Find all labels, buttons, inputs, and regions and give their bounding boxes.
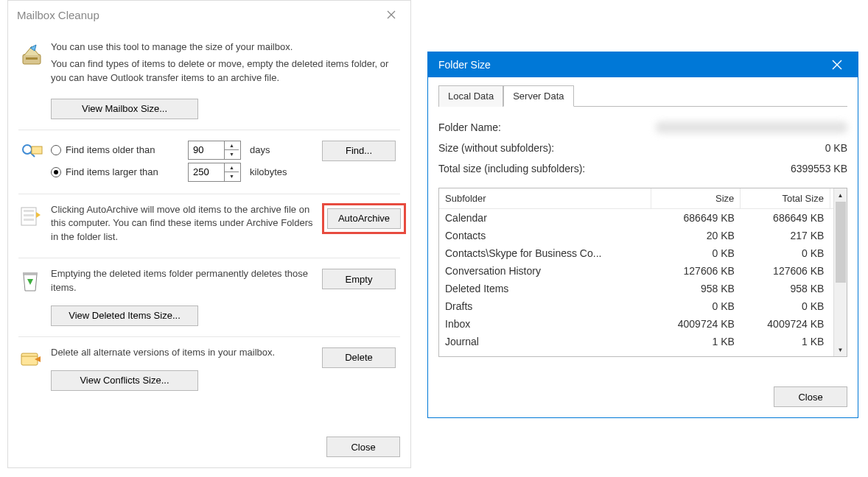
total-size-label: Total size (including subfolders): — [438, 163, 585, 174]
mailbox-cleanup-titlebar: Mailbox Cleanup — [8, 1, 410, 29]
delete-button[interactable]: Delete — [322, 347, 396, 368]
conflicts-icon — [20, 361, 42, 372]
col-subfolder[interactable]: Subfolder — [439, 188, 651, 209]
row-name: Journal — [439, 333, 651, 350]
larger-value-input[interactable] — [189, 163, 224, 181]
table-row[interactable]: Contacts\Skype for Business Co...0 KB0 K… — [439, 244, 847, 262]
scroll-up-icon[interactable]: ▲ — [834, 188, 847, 202]
view-mailbox-size-button[interactable]: View Mailbox Size... — [51, 99, 198, 119]
row-name: Contacts — [439, 227, 651, 244]
spinner-up-icon[interactable]: ▲ — [225, 141, 239, 151]
spinner-down-icon[interactable]: ▼ — [225, 172, 239, 181]
row-name: Inbox — [439, 315, 651, 333]
row-size: 958 KB — [651, 280, 741, 297]
autoarchive-highlight: AutoArchive — [322, 203, 406, 234]
mailbox-close-button[interactable]: Close — [326, 437, 400, 457]
row-total: 958 KB — [741, 280, 830, 297]
empty-desc: Emptying the deleted items folder perman… — [51, 267, 315, 295]
larger-spinner[interactable]: ▲▼ — [188, 163, 241, 182]
table-row[interactable]: Conversation History127606 KB127606 KB — [439, 262, 847, 280]
close-icon[interactable] — [822, 52, 852, 77]
folder-size-close-button[interactable]: Close — [774, 386, 847, 407]
svg-rect-12 — [23, 272, 38, 275]
find-items-icon — [20, 154, 43, 165]
close-icon[interactable] — [379, 4, 403, 25]
row-total: 127606 KB — [741, 262, 830, 280]
table-row[interactable]: Calendar686649 KB686649 KB — [439, 209, 847, 227]
row-size: 127606 KB — [651, 262, 741, 280]
folder-size-dialog: Folder Size Local Data Server Data Folde… — [427, 52, 858, 418]
scroll-thumb[interactable] — [836, 202, 846, 283]
spinner-up-icon[interactable]: ▲ — [225, 163, 239, 173]
col-total[interactable]: Total Size — [741, 188, 830, 209]
view-conflicts-size-button[interactable]: View Conflicts Size... — [51, 370, 198, 391]
empty-button[interactable]: Empty — [322, 269, 396, 289]
autoarchive-icon — [20, 218, 42, 229]
table-row[interactable]: Deleted Items958 KB958 KB — [439, 280, 847, 297]
row-size: 20 KB — [651, 227, 741, 244]
svg-rect-10 — [24, 214, 34, 216]
svg-rect-3 — [26, 57, 38, 60]
folder-name-value-redacted — [656, 121, 847, 133]
table-scrollbar[interactable]: ▲ ▼ — [833, 188, 847, 356]
subfolder-table: Subfolder Size Total Size Calendar686649… — [438, 188, 847, 357]
row-total: 686649 KB — [741, 209, 830, 227]
older-unit: days — [245, 144, 270, 155]
svg-rect-11 — [24, 219, 34, 221]
folder-size-title: Folder Size — [438, 59, 491, 71]
row-total: 0 KB — [741, 297, 830, 315]
tab-server-data[interactable]: Server Data — [503, 85, 573, 107]
radio-older-than[interactable] — [51, 145, 61, 155]
row-total: 4009724 KB — [741, 315, 830, 333]
mailbox-cleanup-dialog: Mailbox Cleanup You can use this tool to… — [7, 0, 411, 468]
older-spinner[interactable]: ▲▼ — [188, 141, 241, 160]
row-size: 1 KB — [651, 333, 741, 350]
intro-line1: You can use this tool to manage the size… — [51, 40, 400, 54]
spinner-down-icon[interactable]: ▼ — [225, 150, 239, 159]
table-row[interactable]: Journal1 KB1 KB — [439, 333, 847, 350]
autoarchive-button[interactable]: AutoArchive — [327, 208, 401, 229]
tab-local-data[interactable]: Local Data — [438, 85, 503, 107]
conflicts-desc: Delete all alternate versions of items i… — [51, 346, 315, 360]
total-size-value: 6399553 KB — [791, 163, 847, 174]
find-larger-label: Find items larger than — [66, 166, 183, 177]
row-name: Calendar — [439, 209, 651, 227]
row-size: 4009724 KB — [651, 315, 741, 333]
larger-unit: kilobytes — [245, 166, 287, 177]
row-total: 1 KB — [741, 333, 830, 350]
row-size: 0 KB — [651, 244, 741, 262]
find-older-label: Find items older than — [66, 144, 183, 155]
svg-rect-7 — [32, 146, 42, 154]
row-name: Contacts\Skype for Business Co... — [439, 244, 651, 262]
autoarchive-desc: Clicking AutoArchive will move old items… — [51, 203, 315, 245]
table-row[interactable]: Contacts20 KB217 KB — [439, 227, 847, 244]
row-total: 0 KB — [741, 244, 830, 262]
folder-name-label: Folder Name: — [438, 121, 501, 133]
folder-size-titlebar: Folder Size — [428, 52, 858, 77]
view-deleted-size-button[interactable]: View Deleted Items Size... — [51, 305, 198, 326]
scroll-down-icon[interactable]: ▼ — [834, 343, 847, 356]
table-row[interactable]: Inbox4009724 KB4009724 KB — [439, 315, 847, 333]
older-value-input[interactable] — [189, 141, 224, 159]
mailbox-cleanup-icon — [20, 58, 43, 69]
row-name: Drafts — [439, 297, 651, 315]
find-button[interactable]: Find... — [322, 141, 396, 161]
size-nosub-label: Size (without subfolders): — [438, 142, 554, 154]
recycle-bin-icon — [20, 283, 41, 294]
row-size: 0 KB — [651, 297, 741, 315]
mailbox-cleanup-title: Mailbox Cleanup — [17, 9, 99, 21]
col-size[interactable]: Size — [651, 188, 741, 209]
row-size: 686649 KB — [651, 209, 741, 227]
row-name: Conversation History — [439, 262, 651, 280]
svg-rect-9 — [24, 210, 34, 212]
radio-larger-than[interactable] — [51, 167, 61, 177]
intro-line2: You can find types of items to delete or… — [51, 57, 400, 85]
row-name: Deleted Items — [439, 280, 651, 297]
size-nosub-value: 0 KB — [825, 142, 847, 154]
table-row[interactable]: Drafts0 KB0 KB — [439, 297, 847, 315]
row-total: 217 KB — [741, 227, 830, 244]
